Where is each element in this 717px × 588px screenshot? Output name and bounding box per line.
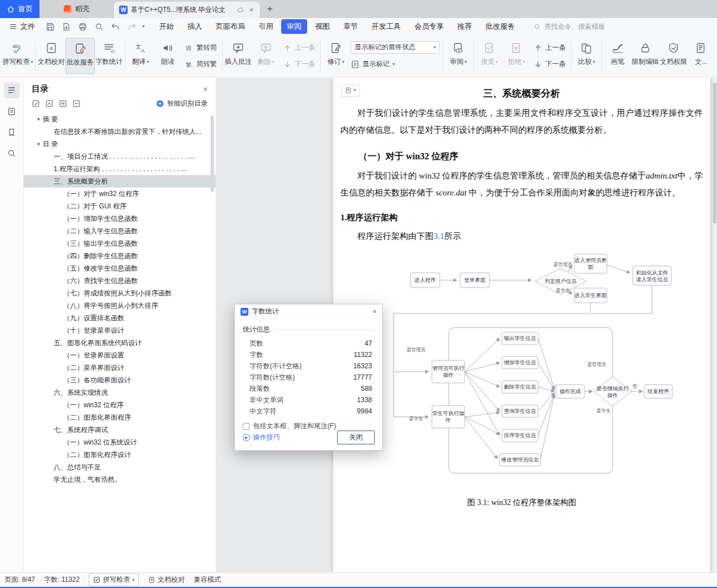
outline-panel-icon[interactable] <box>4 82 20 98</box>
revision-button[interactable]: 修订▾ <box>322 38 349 74</box>
accept-revision-button[interactable]: 接受▾ <box>476 38 503 74</box>
outline-item[interactable]: ▾ （二）输入学生信息函数 <box>24 225 216 237</box>
outline-item[interactable]: ▾ （一）登录界面设置 <box>24 349 216 361</box>
outline-item[interactable]: ▾ （九）设置排名函数 <box>24 312 216 324</box>
notes-panel-icon[interactable] <box>4 103 20 119</box>
chevron-down-icon[interactable]: ▾ <box>37 141 40 147</box>
outline-item[interactable]: ▾ （一）win32 位系统设计 <box>24 436 216 448</box>
outline-item[interactable]: ▾ 五、图形化界面系统代码设计 <box>24 337 216 349</box>
outline-item[interactable]: ▾ 七、系统程序调试 <box>24 424 216 436</box>
compare-button[interactable]: 比较▾ <box>573 38 600 74</box>
collapse-all-icon[interactable] <box>72 99 81 108</box>
tips-link[interactable]: ▶ 操作技巧 <box>243 433 280 442</box>
overflow-button[interactable]: 文... <box>688 38 715 74</box>
restrict-edit-button[interactable]: 限制编辑 <box>631 38 659 74</box>
delete-comment-button[interactable]: 删除▾ <box>252 38 279 74</box>
word-count-button[interactable]: 123 字数统计 <box>95 38 123 74</box>
tab-home[interactable]: 首页 <box>0 0 40 18</box>
export-icon[interactable] <box>60 21 72 32</box>
save-icon[interactable] <box>44 21 55 32</box>
outline-item[interactable]: ▾ （二）对于 GUI 程序 <box>24 200 216 212</box>
chevron-down-icon[interactable]: ▾ <box>37 116 40 122</box>
ribbon-tab[interactable]: 批改服务 <box>480 19 521 34</box>
outline-item[interactable]: ▾ （六）查找学生信息函数 <box>24 275 216 287</box>
prev-comment-button[interactable]: 上一条 <box>279 41 318 55</box>
command-search[interactable]: 查找命令、搜索模板 <box>534 22 605 32</box>
quick-access-caret-icon[interactable]: ▾ <box>142 24 145 29</box>
insert-comment-button[interactable]: 插入批注 <box>224 38 252 74</box>
checkbox-icon[interactable] <box>243 423 250 430</box>
print-preview-icon[interactable] <box>93 21 104 32</box>
close-dialog-icon[interactable]: × <box>372 307 377 316</box>
document-scrollbar[interactable] <box>712 78 717 572</box>
review-button[interactable]: 审阅▾ <box>445 38 472 74</box>
grading-service-button[interactable]: 批改服务 <box>65 38 95 74</box>
outline-item[interactable]: ▾ 学无止境，气有浩然。 <box>24 473 216 486</box>
outline-item[interactable]: ▾ （八）将学号按照从小到大排序 <box>24 299 216 312</box>
next-revision-button[interactable]: 下一条 <box>530 58 569 71</box>
bookmark-icon[interactable] <box>4 124 20 140</box>
ribbon-tab[interactable]: 视图 <box>309 19 335 34</box>
ribbon-tab[interactable]: 页面布局 <box>210 19 251 34</box>
compat-mode-indicator[interactable]: 兼容模式 <box>194 575 221 585</box>
simp-to-trad-button[interactable]: 繁 简转繁 <box>181 58 220 71</box>
scrollbar-thumb[interactable] <box>713 82 716 224</box>
outline-item[interactable]: ▾ （十）登录菜单设计 <box>24 324 216 337</box>
show-markup-button[interactable]: 显示标记 ▾ <box>351 58 440 71</box>
outline-scrollbar[interactable] <box>211 115 214 192</box>
outline-item[interactable]: ▾ （三）各功能界面设计 <box>24 374 216 386</box>
outline-item[interactable]: ▾ （一）增加学生信息函数 <box>24 212 216 225</box>
ribbon-tab[interactable]: 推荐 <box>452 19 478 34</box>
tab-document[interactable]: W 基于C++QT5...理系统 毕业论文 × <box>114 2 260 18</box>
spell-check-toggle[interactable]: 拼写检查 ▾ <box>89 573 139 586</box>
ribbon-tab[interactable]: 章节 <box>338 19 364 34</box>
outline-item[interactable]: ▾ （二）菜单界面设计 <box>24 361 216 374</box>
close-tab-icon[interactable]: × <box>248 6 255 14</box>
doc-proof-button[interactable]: a: 文档校对 <box>37 38 65 74</box>
tab-docer[interactable]: 稻壳 <box>40 0 114 18</box>
translate-button[interactable]: 文A 翻译▾ <box>127 38 154 74</box>
figure-ref-link[interactable]: 3.1 <box>434 232 444 241</box>
outline-item[interactable]: ▾ 八、总结与不足 <box>24 461 216 473</box>
page-settings-button[interactable]: ▾ <box>342 84 360 97</box>
outline-item[interactable]: ▾ 摘 要 <box>24 113 216 125</box>
expand-all-icon[interactable] <box>59 99 67 108</box>
smart-toc-button[interactable]: 智能识别目录 <box>156 99 208 108</box>
outline-item[interactable]: ▾ 一、项目分工情况 . . . . . . . . . . . . . . .… <box>24 150 216 163</box>
outline-item[interactable]: ▾ 三、系统概要分析 <box>24 175 216 188</box>
trad-to-simp-button[interactable]: 词 繁转简 <box>181 41 220 55</box>
next-comment-button[interactable]: 下一条 <box>279 58 318 71</box>
print-icon[interactable] <box>77 21 88 32</box>
undo-icon[interactable] <box>110 21 121 32</box>
dialog-titlebar[interactable]: W 字数统计 × <box>235 304 382 319</box>
close-button[interactable]: 关闭 <box>337 430 375 445</box>
word-count-indicator[interactable]: 字数: 11322 <box>44 575 80 585</box>
outline-item[interactable]: ▾ （七）将成绩按照从大到小排序函数 <box>24 287 216 299</box>
collapse-up-icon[interactable] <box>45 99 54 108</box>
outline-item[interactable]: ▾ （一）对于 win32 位程序 <box>24 188 216 200</box>
reject-revision-button[interactable]: 拒绝▾ <box>503 38 530 74</box>
outline-item[interactable]: ▾ （三）输出学生信息函数 <box>24 237 216 250</box>
ribbon-tab[interactable]: 插入 <box>182 19 208 34</box>
outline-item[interactable]: ▾ 在信息技术不断推陈出新的背景下，针对传统人... <box>24 125 216 138</box>
outline-item[interactable]: ▾ 目 录 <box>24 138 216 150</box>
doc-proof-status-button[interactable]: 文档校对 <box>148 575 185 585</box>
pen-button[interactable]: 画笔 <box>604 38 631 74</box>
close-panel-icon[interactable]: × <box>203 85 208 94</box>
spell-check-button[interactable]: abc 拼写检查▾ <box>2 38 33 74</box>
select-all-icon[interactable] <box>32 99 40 108</box>
new-tab-button[interactable]: + <box>260 0 280 18</box>
outline-item[interactable]: ▾ （四）删除学生信息函数 <box>24 250 216 262</box>
cloud-sync-icon[interactable] <box>237 6 244 14</box>
outline-item[interactable]: ▾ （二）图形化界面程序 <box>24 411 216 424</box>
prev-revision-button[interactable]: 上一条 <box>530 41 569 55</box>
doc-permission-button[interactable]: 文档权限 <box>659 38 688 74</box>
ribbon-tab[interactable]: 会员专享 <box>409 19 449 34</box>
outline-item[interactable]: ▾ （二）图形化程序设计 <box>24 448 216 461</box>
outline-item[interactable]: ▾ （五）修改学生信息函数 <box>24 262 216 275</box>
markup-state-select[interactable]: 显示标记的最终状态 ▾ <box>351 41 440 54</box>
read-aloud-button[interactable]: 朗读 <box>154 38 181 74</box>
ribbon-tab[interactable]: 引用 <box>253 19 279 34</box>
ribbon-tab[interactable]: 开发工具 <box>366 19 406 34</box>
file-menu[interactable]: 文件 <box>5 21 40 32</box>
